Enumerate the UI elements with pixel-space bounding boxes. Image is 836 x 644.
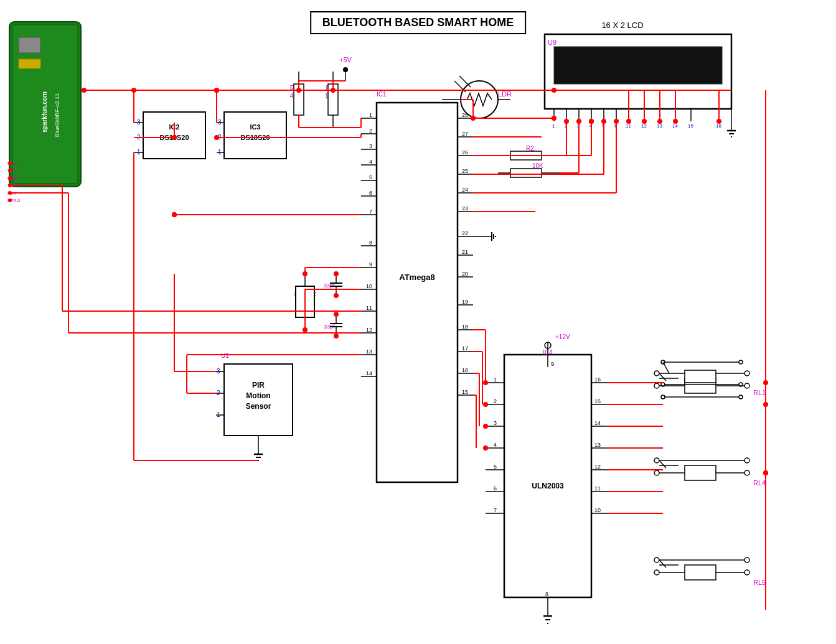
lcd-pin13: 13 [657, 123, 662, 129]
ic2-component: IC2 DS18S20 3 2 1 [134, 112, 205, 159]
svg-point-24 [343, 67, 348, 72]
svg-point-251 [763, 402, 768, 407]
svg-point-250 [763, 380, 768, 385]
uln-pin12: 12 [594, 464, 601, 470]
circuit-diagram: sparkfun.com BlueSMiRF-v2.11 CTS-I VCC G… [0, 0, 836, 644]
svg-point-184 [131, 88, 136, 93]
svg-point-140 [744, 383, 749, 388]
svg-point-204 [172, 212, 177, 217]
svg-point-6 [8, 176, 12, 180]
svg-point-275 [589, 119, 594, 124]
svg-rect-28 [377, 103, 458, 482]
svg-point-150 [744, 470, 749, 475]
ic2-pin3: 3 [137, 119, 141, 126]
uln-pin13: 13 [594, 442, 601, 448]
svg-point-213 [552, 116, 557, 121]
svg-point-126 [545, 342, 551, 348]
atmega8-component: ATmega8 1 2 3 4 5 6 7 8 9 10 11 [361, 103, 495, 482]
lcd-pin12: 12 [641, 123, 647, 129]
uln-pin14: 14 [594, 420, 601, 426]
vcc-label: +5V [339, 56, 352, 63]
atmega-pin7: 7 [369, 208, 372, 215]
svg-point-254 [716, 119, 721, 124]
uln-pin9: 9 [551, 361, 554, 367]
r10-value: 4.7k [290, 93, 303, 100]
svg-point-137 [654, 371, 659, 376]
svg-point-7 [8, 184, 12, 187]
lcd-pin4: 4 [589, 123, 593, 129]
ic3-pin1: 1 [218, 149, 222, 156]
r2-label: R2 [526, 145, 534, 152]
atmega-pin24: 24 [462, 187, 468, 193]
cap1-value: 33pf [324, 282, 335, 289]
r10-label: R10 [290, 85, 302, 91]
svg-point-8 [8, 191, 12, 195]
atmega-pin2: 2 [369, 128, 372, 134]
svg-point-106 [334, 271, 339, 276]
atmega-pin21: 21 [462, 249, 468, 255]
svg-rect-66 [510, 151, 542, 160]
svg-point-241 [483, 446, 488, 450]
rl4-label: RL4 [753, 479, 766, 487]
svg-point-9 [8, 198, 12, 202]
atmega-pin10: 10 [366, 283, 372, 289]
lcd-pin2: 2 [565, 123, 568, 129]
svg-point-182 [331, 88, 336, 93]
atmega-pin26: 26 [462, 149, 468, 156]
svg-point-223 [471, 116, 476, 121]
atmega-pin25: 25 [462, 168, 468, 174]
atmega-pin4: 4 [369, 159, 372, 165]
atmega-pin5: 5 [369, 174, 372, 180]
atmega-pin6: 6 [369, 190, 372, 196]
svg-point-256 [673, 119, 678, 124]
r1-resistor: R1 10k [325, 72, 338, 128]
ic3-label: IC3 [250, 123, 260, 131]
r3-value: 10K [532, 162, 543, 169]
bluetooth-module: sparkfun.com BlueSMiRF-v2.11 CTS-I VCC G… [7, 22, 81, 203]
lcd-title: 16 X 2 LCD [601, 21, 643, 30]
r2-value: 10k [532, 153, 543, 160]
svg-rect-164 [685, 565, 716, 580]
svg-rect-69 [510, 169, 542, 177]
atmega-pin19: 19 [462, 299, 468, 305]
svg-line-62 [454, 81, 466, 92]
svg-line-63 [459, 76, 471, 87]
svg-point-107 [334, 293, 339, 298]
svg-rect-14 [224, 112, 286, 159]
ic3-type: DS18S20 [240, 134, 270, 141]
svg-point-173 [739, 383, 743, 386]
svg-point-274 [552, 88, 557, 93]
atmega-pin13: 13 [366, 348, 372, 355]
svg-rect-98 [296, 286, 314, 317]
svg-rect-72 [554, 47, 722, 84]
atmega-pin9: 9 [369, 261, 372, 268]
bt-pin-gnd: GND [7, 176, 17, 180]
svg-point-147 [654, 458, 659, 463]
svg-rect-3 [19, 59, 40, 68]
bt-pin-cts: CTS-I [7, 161, 19, 166]
svg-point-268 [601, 119, 606, 124]
svg-rect-10 [143, 112, 205, 159]
ic2-label: IC2 [169, 123, 179, 131]
svg-rect-153 [685, 465, 716, 480]
bt-pin-vcc: VCC [7, 169, 17, 173]
ic3-pin3: 3 [218, 119, 222, 126]
atmega-pin1: 1 [369, 112, 372, 118]
svg-point-262 [626, 119, 631, 124]
svg-point-273 [214, 88, 219, 93]
rl4-relay: RL4 [607, 458, 768, 487]
svg-point-272 [82, 88, 87, 93]
svg-rect-143 [685, 378, 716, 393]
bt-brand: sparkfun.com [41, 91, 48, 133]
rl5-label: RL5 [753, 579, 766, 586]
svg-point-159 [654, 570, 659, 575]
svg-point-279 [214, 135, 219, 140]
lcd-pins: 1 2 3 4 5 6 11 12 13 14 15 16 [552, 109, 721, 129]
svg-point-156 [763, 470, 768, 475]
atmega-pin28: 28 [462, 112, 468, 118]
svg-point-148 [654, 470, 659, 475]
ic1-label: IC1 [377, 91, 387, 98]
uln-pin1: 1 [494, 376, 497, 383]
uln-pin5: 5 [494, 464, 497, 470]
page-title: BLUETOOTH BASED SMART HOME [310, 11, 527, 34]
